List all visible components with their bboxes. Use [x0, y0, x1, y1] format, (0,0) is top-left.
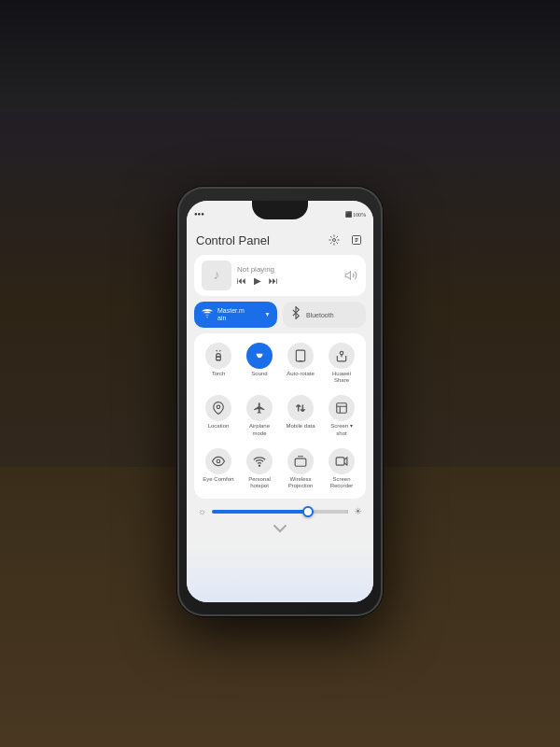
- tile-screenshot[interactable]: Screen ▾ shot: [323, 391, 360, 440]
- tile-sound[interactable]: Sound: [241, 339, 278, 388]
- svg-point-0: [333, 239, 336, 242]
- wifi-icon: [201, 306, 214, 323]
- media-not-playing: Not playing: [237, 265, 338, 274]
- keyboard-bg: [0, 0, 560, 112]
- status-left: ●●●: [194, 211, 204, 217]
- bluetooth-icon: [289, 306, 302, 323]
- brightness-slider[interactable]: [212, 510, 348, 514]
- personal-hotspot-icon: [246, 448, 273, 474]
- brightness-high-icon: ☀: [354, 506, 362, 516]
- sound-icon: [246, 343, 273, 369]
- signal-icon: ●●●: [194, 211, 204, 217]
- svg-rect-6: [296, 350, 304, 361]
- tile-airplane[interactable]: Airplane mode: [241, 391, 278, 440]
- media-controls: ⏮ ▶ ⏭: [237, 275, 338, 286]
- wifi-toggle[interactable]: Master.main ▼: [194, 302, 277, 328]
- control-panel: Control Panel: [187, 221, 373, 602]
- tile-huawei-share[interactable]: Huawei Share: [323, 339, 360, 388]
- cp-header-icons: [327, 233, 364, 247]
- screenshot-label: Screen ▾ shot: [325, 423, 358, 436]
- svg-point-5: [258, 354, 262, 359]
- media-info: Not playing ⏮ ▶ ⏭: [237, 265, 338, 286]
- location-label: Location: [208, 423, 230, 430]
- svg-point-7: [340, 351, 343, 355]
- media-album-art: ♪: [202, 261, 231, 290]
- brightness-thumb: [302, 506, 314, 517]
- tile-torch[interactable]: Torch: [200, 339, 237, 388]
- wireless-projection-label: Wireless Projection: [284, 476, 317, 489]
- screen-recorder-icon: [329, 448, 355, 474]
- connectivity-row: Master.main ▼ Bluetooth: [194, 302, 366, 328]
- tile-personal-hotspot[interactable]: Personal hotspot: [241, 444, 278, 493]
- eye-comfort-label: Eye Comfort: [203, 476, 233, 483]
- svg-rect-13: [336, 458, 344, 465]
- screen-recorder-label: Screen Recorder: [325, 476, 358, 489]
- tile-eye-comfort[interactable]: Eye Comfort: [200, 444, 237, 493]
- brightness-low-icon: ☼: [198, 506, 206, 516]
- mobile-data-label: Mobile data: [286, 423, 315, 430]
- cp-title: Control Panel: [196, 233, 270, 247]
- svg-marker-2: [345, 272, 350, 279]
- huawei-share-icon: [329, 343, 355, 369]
- settings-icon[interactable]: [327, 233, 342, 247]
- media-next-button[interactable]: ⏭: [269, 275, 278, 286]
- status-right: ⬛ 100%: [345, 211, 367, 218]
- tile-auto-rotate[interactable]: Auto-rotate: [282, 339, 319, 388]
- media-play-button[interactable]: ▶: [254, 275, 261, 286]
- screenshot-icon: [329, 395, 355, 421]
- volume-icon: [343, 268, 358, 283]
- svg-rect-12: [295, 458, 306, 466]
- wifi-arrow-icon: ▼: [264, 311, 271, 318]
- wifi-label: Master.main: [217, 307, 245, 323]
- auto-rotate-label: Auto-rotate: [287, 371, 315, 377]
- auto-rotate-icon: [287, 343, 314, 369]
- cp-header: Control Panel: [194, 231, 366, 249]
- chevron-down-icon[interactable]: [194, 524, 366, 535]
- phone-notch: [252, 201, 308, 219]
- tile-location[interactable]: Location: [200, 391, 237, 440]
- wireless-projection-icon: [287, 448, 314, 474]
- eye-comfort-icon: [205, 448, 231, 474]
- mobile-data-icon: [287, 395, 314, 421]
- battery-icon: ⬛ 100%: [345, 211, 367, 218]
- phone-shell: ●●● ⬛ 100% Control Panel: [177, 187, 383, 616]
- quick-tiles-grid: Torch Sound: [194, 333, 366, 499]
- tile-mobile-data[interactable]: Mobile data: [282, 391, 319, 440]
- svg-rect-4: [217, 357, 221, 360]
- personal-hotspot-label: Personal hotspot: [243, 476, 276, 489]
- airplane-label: Airplane mode: [243, 423, 276, 436]
- svg-point-10: [217, 459, 220, 463]
- torch-label: Torch: [212, 371, 226, 377]
- media-card: ♪ Not playing ⏮ ▶ ⏭: [194, 255, 366, 296]
- bluetooth-label: Bluetooth: [306, 312, 334, 318]
- svg-point-11: [259, 465, 259, 466]
- music-note-icon: ♪: [214, 268, 220, 283]
- edit-icon[interactable]: [349, 233, 364, 247]
- brightness-row: ☼ ☀: [194, 504, 366, 518]
- huawei-share-label: Huawei Share: [325, 371, 358, 384]
- tile-wireless-projection[interactable]: Wireless Projection: [282, 444, 319, 493]
- svg-point-3: [206, 317, 207, 317]
- phone-screen: ●●● ⬛ 100% Control Panel: [187, 201, 373, 602]
- sound-label: Sound: [251, 371, 267, 377]
- torch-icon: [205, 343, 231, 369]
- svg-rect-9: [337, 403, 347, 414]
- tile-screen-recorder[interactable]: Screen Recorder: [323, 444, 360, 493]
- phone: ●●● ⬛ 100% Control Panel: [177, 187, 383, 616]
- airplane-icon: [246, 395, 273, 421]
- svg-point-8: [217, 405, 220, 409]
- location-icon: [205, 395, 231, 421]
- bluetooth-toggle[interactable]: Bluetooth: [283, 302, 366, 328]
- media-prev-button[interactable]: ⏮: [237, 275, 246, 286]
